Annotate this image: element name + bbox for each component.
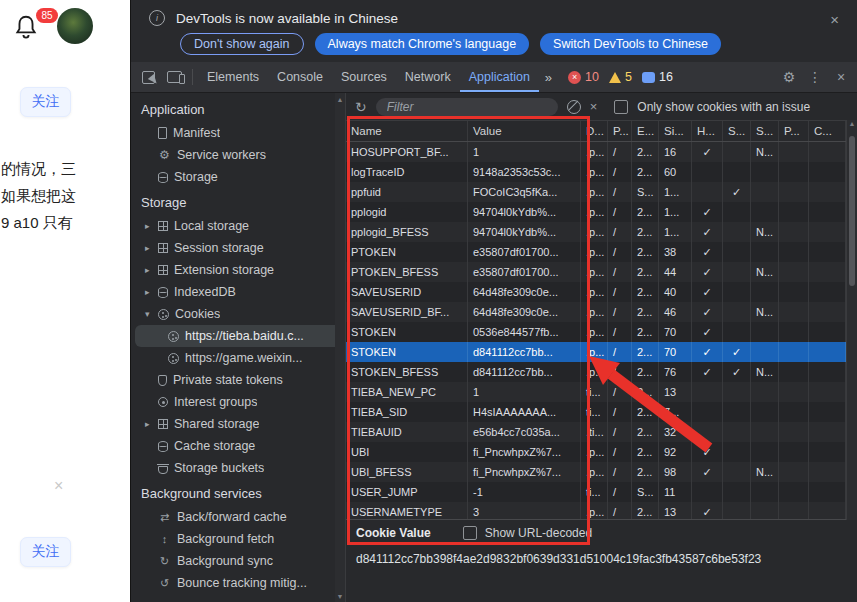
avatar[interactable] xyxy=(57,8,93,44)
cookie-row[interactable]: STOKEN0536e844577fb....p.../2...70✓ xyxy=(346,322,846,342)
sidebar-item-service-workers[interactable]: Service workers xyxy=(131,144,345,166)
cookie-row[interactable]: pplogid94704l0kYdb%....p.../2...1...✓ xyxy=(346,202,846,222)
clear-all-cookies-icon[interactable] xyxy=(567,100,581,114)
settings-button[interactable]: ⚙ xyxy=(777,69,801,85)
cookie-row[interactable]: TIEBA_SIDH4sIAAAAAAA...ti.../2...7... xyxy=(346,402,846,422)
sidebar-item-indexeddb[interactable]: ▸IndexedDB xyxy=(131,281,345,303)
refresh-icon[interactable]: ↻ xyxy=(355,99,367,115)
cookie-row[interactable]: logTraceID9148a2353c53c....p.../2...60 xyxy=(346,162,846,182)
cookie-row[interactable]: PTOKEN_BFESSe35807df01700....p.../2...44… xyxy=(346,262,846,282)
filter-input[interactable] xyxy=(376,98,558,116)
show-url-decoded-label: Show URL-decoded xyxy=(485,526,592,540)
cookie-row[interactable]: ppfuidFOCoIC3q5fKa....p.../S...1...✓ xyxy=(346,182,846,202)
chevron-right-icon[interactable]: ▸ xyxy=(145,419,158,429)
only-issue-checkbox[interactable] xyxy=(614,100,628,114)
cookie-cell: STOKEN xyxy=(346,342,468,362)
cookie-cell: 2... xyxy=(632,302,659,322)
follow-button-bottom[interactable]: 关注 xyxy=(20,537,71,567)
delete-selected-icon[interactable]: × xyxy=(590,99,598,114)
device-toolbar-button[interactable] xyxy=(161,62,187,92)
cookie-row[interactable]: PTOKENe35807df01700....p.../2...38✓ xyxy=(346,242,846,262)
sidebar-item-manifest[interactable]: Manifest xyxy=(131,122,345,144)
sidebar-item-private-state-tokens[interactable]: Private state tokens xyxy=(131,369,345,391)
cookie-cell: ✓ xyxy=(692,282,723,302)
cookie-row[interactable]: SAVEUSERID64d48fe309c0e....p.../2...40✓ xyxy=(346,282,846,302)
sidebar-item-cookies[interactable]: ▾Cookies xyxy=(131,303,345,325)
match-language-button[interactable]: Always match Chrome's language xyxy=(315,33,530,55)
sidebar-item-https-tieba-baidu-c[interactable]: https://tieba.baidu.c... xyxy=(135,325,341,347)
switch-to-chinese-button[interactable]: Switch DevTools to Chinese xyxy=(540,33,721,55)
sidebar-scrollbar[interactable]: ▲ ▼ xyxy=(335,93,345,602)
cookie-row[interactable]: SAVEUSERID_BF...64d48fe309c0e....p.../2.… xyxy=(346,302,846,322)
cookie-cell: / xyxy=(608,502,632,519)
cookie-row[interactable]: TIEBAUIDe56b4cc7c035a....ti.../2...32 xyxy=(346,422,846,442)
sidebar-item-storage[interactable]: Storage xyxy=(131,166,345,188)
sidebar-item-extension-storage[interactable]: ▸Extension storage xyxy=(131,259,345,281)
column-header-p[interactable]: P... xyxy=(608,121,632,141)
sidebar-item-interest-groups[interactable]: Interest groups xyxy=(131,391,345,413)
table-scrollbar[interactable]: ▲ xyxy=(846,120,857,520)
show-url-decoded-checkbox[interactable] xyxy=(463,526,477,540)
more-tabs-icon[interactable]: » xyxy=(539,70,558,85)
column-header-h[interactable]: H... xyxy=(692,121,723,141)
sidebar-item-background-sync[interactable]: Background sync xyxy=(131,550,345,572)
sidebar-item-bounce-tracking-mitig[interactable]: Bounce tracking mitig... xyxy=(131,572,345,594)
sidebar-item-session-storage[interactable]: ▸Session storage xyxy=(131,237,345,259)
tab-network[interactable]: Network xyxy=(396,62,460,92)
devtools-menu-button[interactable]: ⋮ xyxy=(803,69,827,85)
sidebar-item-https-game-weixin[interactable]: https://game.weixin... xyxy=(131,347,345,369)
column-header-value[interactable]: Value xyxy=(468,121,581,141)
devtools-close-button[interactable]: × xyxy=(829,69,853,85)
column-header-si[interactable]: Si... xyxy=(659,121,692,141)
chevron-right-icon[interactable]: ▸ xyxy=(145,243,158,253)
close-icon[interactable]: × xyxy=(54,477,63,495)
cookie-cell: .p... xyxy=(581,462,608,482)
column-header-s[interactable]: S... xyxy=(751,121,779,141)
issues-badge[interactable]: 16 xyxy=(642,70,673,84)
banner-close-icon[interactable]: × xyxy=(830,11,839,28)
sidebar-item-local-storage[interactable]: ▸Local storage xyxy=(131,215,345,237)
cookie-cell: 13 xyxy=(659,502,692,519)
cookie-row[interactable]: HOSUPPORT_BF...1.p.../2...16✓N... xyxy=(346,142,846,162)
cookie-row[interactable]: USERNAMETYPE3.p.../2...13✓ xyxy=(346,502,846,519)
cookie-row[interactable]: STOKENd841112cc7bb....p.../2...70✓✓ xyxy=(346,342,846,362)
column-header-s[interactable]: S... xyxy=(723,121,751,141)
sidebar-item-cache-storage[interactable]: Cache storage xyxy=(131,435,345,457)
chevron-down-icon[interactable]: ▾ xyxy=(145,309,158,319)
sidebar-item-shared-storage[interactable]: ▸Shared storage xyxy=(131,413,345,435)
cookie-row[interactable]: STOKEN_BFESSd841112cc7bb....p.../2...76✓… xyxy=(346,362,846,382)
cookie-cell xyxy=(692,382,723,402)
sidebar-item-back-forward-cache[interactable]: Back/forward cache xyxy=(131,506,345,528)
chevron-right-icon[interactable]: ▸ xyxy=(145,265,158,275)
chevron-right-icon[interactable]: ▸ xyxy=(145,287,158,297)
cookie-row[interactable]: pplogid_BFESS94704l0kYdb%....p.../2...1.… xyxy=(346,222,846,242)
cookie-row[interactable]: TIEBA_NEW_PC1ti.../2...13 xyxy=(346,382,846,402)
sidebar-item-background-fetch[interactable]: Background fetch xyxy=(131,528,345,550)
cookie-row[interactable]: UBIfi_PncwhpxZ%7....p.../2...92✓ xyxy=(346,442,846,462)
dismiss-banner-button[interactable]: Don't show again xyxy=(180,33,304,55)
tab-application[interactable]: Application xyxy=(460,62,539,92)
error-badge[interactable]: × 10 xyxy=(568,70,599,84)
column-header-e[interactable]: E... xyxy=(632,121,659,141)
chevron-right-icon[interactable]: ▸ xyxy=(145,221,158,231)
cookie-row[interactable]: USER_JUMP-1ti.../S...11 xyxy=(346,482,846,502)
notification-bell-button[interactable]: 85 xyxy=(12,12,56,48)
column-header-name[interactable]: Name xyxy=(346,121,468,141)
cookie-cell: ✓ xyxy=(692,202,723,222)
sidebar-item-storage-buckets[interactable]: Storage buckets xyxy=(131,457,345,479)
cookie-row[interactable]: UBI_BFESSfi_PncwhpxZ%7....p.../2...98✓N.… xyxy=(346,462,846,482)
warning-badge[interactable]: 5 xyxy=(609,70,632,84)
column-header-p[interactable]: P... xyxy=(779,121,809,141)
scroll-down-icon[interactable]: ▼ xyxy=(337,593,344,600)
scrollbar-thumb[interactable] xyxy=(849,136,855,286)
table-icon xyxy=(158,419,168,429)
tab-console[interactable]: Console xyxy=(268,62,332,92)
follow-button-top[interactable]: 关注 xyxy=(20,87,71,117)
column-header-d[interactable]: D... xyxy=(581,121,608,141)
column-header-c[interactable]: C... xyxy=(809,121,846,141)
tab-elements[interactable]: Elements xyxy=(198,62,268,92)
cookie-cell xyxy=(692,422,723,442)
inspect-element-button[interactable] xyxy=(135,62,161,92)
tab-sources[interactable]: Sources xyxy=(332,62,396,92)
scroll-up-icon[interactable]: ▲ xyxy=(337,96,344,103)
